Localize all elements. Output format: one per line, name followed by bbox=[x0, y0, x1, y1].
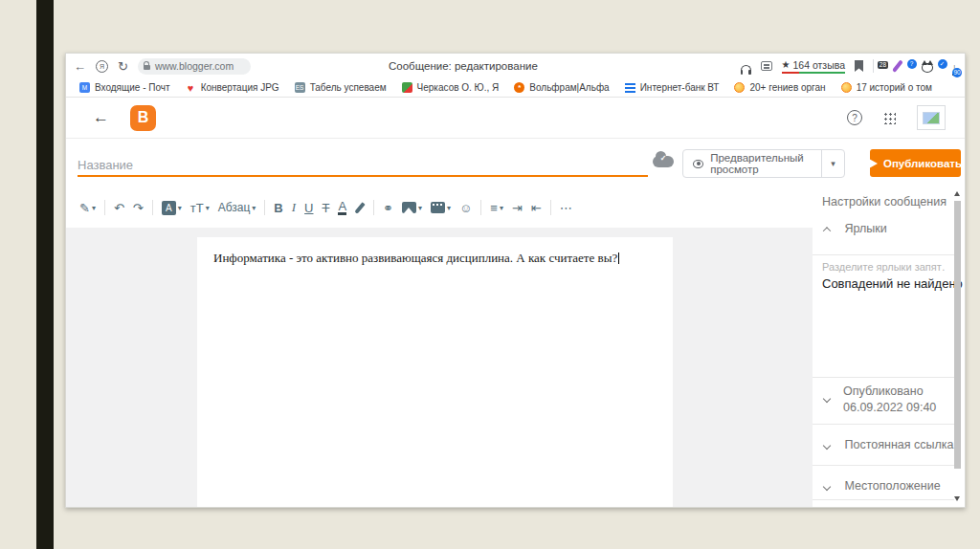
outdent-button[interactable]: ⇤ bbox=[531, 201, 542, 215]
scrollbar-thumb[interactable] bbox=[954, 201, 961, 469]
url-text: www.blogger.com bbox=[155, 60, 234, 72]
bookmark-geniuses[interactable]: 20+ гениев орган bbox=[734, 82, 825, 93]
editor-background: Информатика - это активно развивающаяся … bbox=[66, 228, 813, 507]
sidebar-title: Настройки сообщения bbox=[822, 195, 947, 209]
underline-button[interactable]: U bbox=[304, 201, 313, 215]
extension-badge: 90 bbox=[952, 68, 962, 77]
insert-image-button[interactable]: ▾ bbox=[402, 202, 422, 213]
video-icon bbox=[431, 202, 445, 213]
bookmark-gradebook[interactable]: ES Табель успеваем bbox=[295, 82, 387, 93]
compose-mode-button[interactable]: ✎▾ bbox=[79, 201, 96, 215]
font-size-button[interactable]: тT▾ bbox=[190, 201, 210, 215]
wolfram-icon: * bbox=[514, 82, 524, 93]
scroll-down-arrow[interactable] bbox=[954, 496, 960, 501]
es-icon: ES bbox=[295, 82, 305, 93]
extension-badge: 28 bbox=[878, 61, 888, 69]
scroll-up-arrow[interactable] bbox=[954, 191, 960, 196]
post-body-editor[interactable]: Информатика - это активно развивающаяся … bbox=[197, 237, 673, 507]
labels-no-matches: Совпадений не найдено bbox=[822, 276, 963, 291]
chevron-up-icon bbox=[823, 227, 831, 234]
post-settings-sidebar: Настройки сообщения Ярлыки Совпадений не… bbox=[813, 187, 965, 507]
site-reviews-widget[interactable]: ★ 164 отзыва bbox=[782, 59, 845, 74]
chevron-down-icon bbox=[823, 395, 831, 403]
redo-button[interactable]: ↷ bbox=[133, 201, 144, 215]
slide-accent-bar bbox=[36, 0, 54, 549]
bank-icon bbox=[625, 83, 635, 93]
publish-button[interactable]: Опубликовать bbox=[870, 149, 961, 177]
reviews-count: 164 отзыва bbox=[792, 59, 845, 71]
extension-download-icon[interactable]: ↓ 90 bbox=[952, 57, 958, 75]
insert-link-button[interactable]: ⚭ bbox=[383, 201, 393, 215]
chevron-down-icon bbox=[823, 483, 831, 491]
chevron-down-icon bbox=[823, 442, 831, 450]
font-button[interactable]: A▾ bbox=[162, 201, 182, 215]
send-icon bbox=[869, 159, 878, 168]
browser-window: ← Я ↻ www.blogger.com Сообщение: редакти… bbox=[65, 53, 966, 508]
eye-icon bbox=[693, 160, 703, 168]
bookmark-wolfram[interactable]: * Вольфрам|Альфа bbox=[514, 82, 609, 93]
broken-image-icon bbox=[923, 112, 940, 124]
browser-toolbar: ← Я ↻ www.blogger.com Сообщение: редакти… bbox=[66, 54, 965, 78]
image-icon bbox=[402, 202, 416, 213]
undo-button[interactable]: ↶ bbox=[114, 201, 124, 215]
star-icon: ★ bbox=[782, 59, 791, 70]
bookmarks-bar: M Входящие - Почт ♥ Конвертация JPG ES Т… bbox=[66, 78, 965, 98]
labels-input[interactable] bbox=[822, 261, 945, 273]
heart-icon: ♥ bbox=[186, 82, 196, 93]
emoji-button[interactable]: ☺ bbox=[459, 201, 472, 215]
insert-video-button[interactable]: ▾ bbox=[431, 202, 451, 213]
chrome-right-cluster: ★ 164 отзыва 28 ? ✓ ↓ 90 bbox=[741, 54, 957, 78]
lock-icon bbox=[144, 65, 150, 70]
text-color-button[interactable]: A bbox=[338, 200, 346, 215]
align-button[interactable]: ≡▾ bbox=[490, 201, 503, 215]
help-button[interactable]: ? bbox=[847, 110, 862, 125]
post-title-input[interactable] bbox=[78, 155, 648, 177]
bookmark-flag-icon[interactable] bbox=[855, 60, 863, 72]
coin-icon bbox=[841, 82, 852, 93]
page-tab-title: Сообщение: редактирование bbox=[389, 60, 538, 72]
published-section-toggle[interactable] bbox=[824, 391, 830, 405]
coin-icon bbox=[734, 82, 745, 93]
reader-mode-icon[interactable] bbox=[761, 61, 772, 71]
bookmark-stories[interactable]: 17 историй о том bbox=[841, 82, 932, 93]
gmail-icon: M bbox=[79, 82, 90, 93]
refresh-button[interactable]: ↻ bbox=[118, 60, 128, 73]
published-label: Опубликовано bbox=[843, 384, 924, 398]
preview-button[interactable]: Предварительный просмотр ▾ bbox=[682, 149, 845, 178]
highlight-button[interactable] bbox=[354, 202, 365, 214]
location-section-toggle[interactable]: Местоположение bbox=[824, 479, 941, 493]
published-date: 06.09.2022 09:40 bbox=[843, 401, 936, 414]
bold-button[interactable]: B bbox=[274, 201, 282, 215]
post-title-row: Предварительный просмотр ▾ Опубликовать bbox=[66, 140, 965, 187]
browser-profile-icon[interactable]: Я bbox=[96, 60, 108, 73]
bookmark-cherkasov[interactable]: Черкасов О. Ю., Я bbox=[402, 82, 500, 93]
permalink-section-toggle[interactable]: Постоянная ссылка bbox=[824, 438, 953, 451]
extension-badge: ✓ bbox=[938, 59, 947, 69]
browser-back-button[interactable]: ← bbox=[74, 60, 86, 73]
preview-dropdown-caret[interactable]: ▾ bbox=[821, 150, 844, 177]
paragraph-button[interactable]: Абзац▾ bbox=[218, 201, 256, 214]
bookmark-bank[interactable]: Интернет-банк ВТ bbox=[625, 82, 720, 93]
sidebar-scrollbar[interactable] bbox=[953, 189, 962, 501]
text-cursor bbox=[618, 253, 619, 264]
site-favicon bbox=[402, 82, 412, 93]
blogger-logo[interactable]: B bbox=[130, 105, 156, 131]
address-bar[interactable]: www.blogger.com bbox=[138, 58, 251, 75]
editor-back-button[interactable]: ← bbox=[93, 108, 109, 127]
headphones-icon[interactable] bbox=[741, 65, 751, 72]
strikethrough-button[interactable]: T bbox=[322, 201, 329, 215]
extension-badge: ? bbox=[907, 59, 917, 69]
labels-section-toggle[interactable]: Ярлыки bbox=[824, 222, 887, 235]
indent-button[interactable]: ⇥ bbox=[512, 201, 523, 215]
bookmark-jpg-converter[interactable]: ♥ Конвертация JPG bbox=[186, 82, 279, 93]
extension-pen-icon[interactable] bbox=[892, 59, 902, 72]
avatar[interactable] bbox=[917, 105, 946, 130]
post-body-text: Информатика - это активно развивающаяся … bbox=[213, 251, 617, 265]
apps-grid-icon[interactable] bbox=[883, 112, 896, 124]
more-options-button[interactable]: ⋯ bbox=[560, 201, 572, 215]
italic-button[interactable]: I bbox=[292, 200, 296, 215]
blogger-header: ← B ? bbox=[66, 98, 965, 139]
bookmark-mail[interactable]: M Входящие - Почт bbox=[79, 82, 170, 93]
saved-cloud-icon bbox=[653, 156, 674, 167]
extension-animal-icon[interactable] bbox=[922, 63, 933, 73]
